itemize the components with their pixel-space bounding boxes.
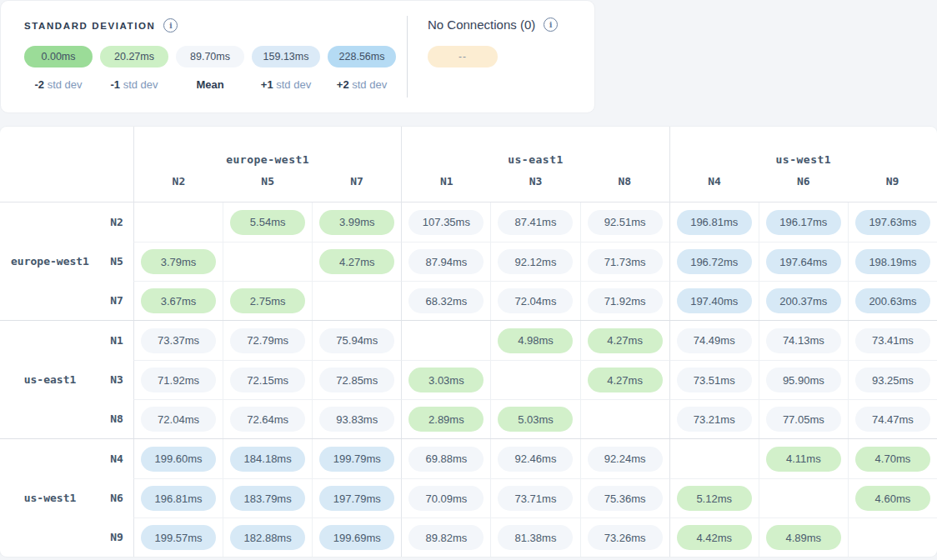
row-node-label: N9 bbox=[100, 518, 133, 557]
column-node-label: N1 bbox=[402, 175, 491, 188]
latency-pill[interactable]: 196.81ms bbox=[141, 486, 216, 511]
latency-pill[interactable]: 93.25ms bbox=[855, 368, 930, 392]
latency-pill[interactable]: 73.71ms bbox=[498, 486, 573, 511]
latency-pill[interactable]: 74.47ms bbox=[855, 407, 930, 432]
latency-pill[interactable]: 92.24ms bbox=[588, 447, 663, 472]
latency-pill[interactable]: 89.82ms bbox=[408, 525, 484, 550]
latency-pill[interactable]: 3.99ms bbox=[319, 210, 394, 235]
latency-pill[interactable]: 199.79ms bbox=[319, 447, 394, 472]
latency-pill[interactable]: 92.12ms bbox=[498, 249, 573, 274]
latency-cell: 196.72ms bbox=[669, 242, 759, 281]
latency-pill[interactable]: 72.85ms bbox=[319, 368, 394, 392]
latency-pill[interactable]: 198.19ms bbox=[855, 249, 930, 274]
latency-pill[interactable]: 197.64ms bbox=[766, 249, 841, 274]
latency-pill[interactable]: 4.42ms bbox=[677, 525, 752, 550]
latency-cell: 75.94ms bbox=[312, 321, 401, 360]
latency-pill[interactable]: 200.37ms bbox=[766, 288, 841, 313]
latency-cell: 87.41ms bbox=[490, 202, 579, 242]
latency-pill[interactable]: 3.67ms bbox=[141, 288, 216, 313]
latency-pill[interactable]: 183.79ms bbox=[230, 486, 305, 511]
latency-pill[interactable]: 74.49ms bbox=[677, 328, 752, 353]
latency-pill[interactable]: 200.63ms bbox=[855, 288, 930, 313]
latency-pill[interactable]: 73.26ms bbox=[588, 525, 663, 550]
latency-pill[interactable]: 75.36ms bbox=[588, 486, 663, 511]
legend-pill: 89.70ms bbox=[176, 46, 244, 68]
latency-pill[interactable]: 71.92ms bbox=[588, 288, 663, 313]
latency-cell: 196.17ms bbox=[759, 202, 848, 242]
latency-pill[interactable]: 3.79ms bbox=[141, 249, 216, 274]
legend-pill-label: -1 std dev bbox=[100, 78, 168, 91]
latency-matrix: europe-west1N2N5N7us-east1N1N3N8us-west1… bbox=[0, 127, 937, 557]
latency-pill[interactable]: 3.03ms bbox=[408, 368, 484, 392]
latency-pill[interactable]: 72.79ms bbox=[230, 328, 305, 353]
latency-pill[interactable]: 75.94ms bbox=[319, 328, 394, 353]
latency-pill[interactable]: 4.70ms bbox=[855, 447, 930, 472]
row-node-label: N8 bbox=[100, 399, 133, 438]
latency-pill[interactable]: 199.57ms bbox=[141, 525, 216, 550]
latency-pill[interactable]: 87.41ms bbox=[498, 210, 573, 235]
latency-pill[interactable]: 5.03ms bbox=[498, 407, 573, 432]
latency-pill[interactable]: 5.54ms bbox=[230, 210, 305, 235]
latency-pill[interactable]: 73.37ms bbox=[141, 328, 216, 353]
latency-cell: 4.11ms bbox=[759, 439, 848, 478]
latency-cell: 183.79ms bbox=[223, 478, 312, 518]
latency-pill[interactable]: 92.51ms bbox=[588, 210, 663, 235]
legend-pill: 20.27ms bbox=[100, 46, 168, 68]
matrix-row: N25.54ms3.99ms107.35ms87.41ms92.51ms196.… bbox=[100, 202, 937, 242]
latency-pill[interactable]: 4.27ms bbox=[319, 249, 394, 274]
latency-pill[interactable]: 4.60ms bbox=[855, 486, 930, 511]
latency-pill[interactable]: 196.72ms bbox=[677, 249, 752, 274]
latency-cell: 92.51ms bbox=[580, 202, 669, 242]
latency-pill[interactable]: 4.89ms bbox=[766, 525, 841, 550]
latency-pill[interactable]: 92.46ms bbox=[498, 447, 573, 472]
latency-pill[interactable]: 5.12ms bbox=[677, 486, 752, 511]
latency-pill[interactable]: 72.15ms bbox=[230, 368, 305, 392]
latency-pill[interactable]: 196.81ms bbox=[677, 210, 752, 235]
latency-pill[interactable]: 93.83ms bbox=[319, 407, 394, 432]
latency-pill[interactable]: 199.60ms bbox=[141, 447, 216, 472]
latency-pill[interactable]: 197.79ms bbox=[319, 486, 394, 511]
info-icon[interactable]: i bbox=[544, 18, 558, 32]
latency-cell: 71.92ms bbox=[580, 281, 669, 320]
latency-pill[interactable]: 72.04ms bbox=[498, 288, 573, 313]
latency-pill[interactable]: 4.11ms bbox=[766, 447, 841, 472]
latency-pill[interactable]: 73.51ms bbox=[677, 368, 752, 392]
info-icon[interactable]: i bbox=[163, 18, 178, 32]
row-region-label: europe-west1 bbox=[0, 202, 100, 320]
matrix-row: N9199.57ms182.88ms199.69ms89.82ms81.38ms… bbox=[100, 518, 937, 557]
latency-pill[interactable]: 68.32ms bbox=[408, 288, 484, 313]
latency-pill[interactable]: 73.41ms bbox=[855, 328, 930, 353]
latency-pill[interactable]: 69.88ms bbox=[408, 447, 484, 472]
latency-pill[interactable]: 184.18ms bbox=[230, 447, 305, 472]
latency-pill[interactable]: 107.35ms bbox=[408, 210, 484, 235]
latency-pill[interactable]: 81.38ms bbox=[498, 525, 573, 550]
latency-cell: 197.40ms bbox=[669, 281, 759, 320]
matrix-row-group: us-east1N173.37ms72.79ms75.94ms4.98ms4.2… bbox=[0, 320, 937, 438]
latency-cell: 4.89ms bbox=[759, 518, 848, 557]
latency-pill[interactable]: 72.64ms bbox=[230, 407, 305, 432]
latency-pill[interactable]: 2.89ms bbox=[408, 407, 484, 432]
matrix-row: N6196.81ms183.79ms197.79ms70.09ms73.71ms… bbox=[100, 478, 937, 518]
latency-cell: 72.15ms bbox=[223, 360, 312, 399]
latency-pill[interactable]: 4.27ms bbox=[588, 368, 663, 392]
latency-pill[interactable]: 95.90ms bbox=[766, 368, 841, 392]
latency-pill[interactable]: 4.27ms bbox=[588, 328, 663, 353]
latency-pill[interactable]: 199.69ms bbox=[319, 525, 394, 550]
latency-pill[interactable]: 71.92ms bbox=[141, 368, 216, 392]
latency-pill[interactable]: 197.40ms bbox=[677, 288, 752, 313]
latency-pill[interactable]: 182.88ms bbox=[230, 525, 305, 550]
matrix-row: N371.92ms72.15ms72.85ms3.03ms4.27ms73.51… bbox=[100, 360, 937, 399]
latency-pill[interactable]: 4.98ms bbox=[498, 328, 573, 353]
latency-pill[interactable]: 196.17ms bbox=[766, 210, 841, 235]
latency-pill[interactable]: 74.13ms bbox=[766, 328, 841, 353]
latency-pill[interactable]: 2.75ms bbox=[230, 288, 305, 313]
latency-cell: 2.75ms bbox=[223, 281, 312, 320]
latency-pill[interactable]: 87.94ms bbox=[408, 249, 484, 274]
latency-cell: 95.90ms bbox=[759, 360, 848, 399]
latency-pill[interactable]: 70.09ms bbox=[408, 486, 484, 511]
latency-pill[interactable]: 71.73ms bbox=[588, 249, 663, 274]
latency-pill[interactable]: 197.63ms bbox=[855, 210, 930, 235]
latency-pill[interactable]: 77.05ms bbox=[766, 407, 841, 432]
latency-pill[interactable]: 72.04ms bbox=[141, 407, 216, 432]
latency-pill[interactable]: 73.21ms bbox=[677, 407, 752, 432]
